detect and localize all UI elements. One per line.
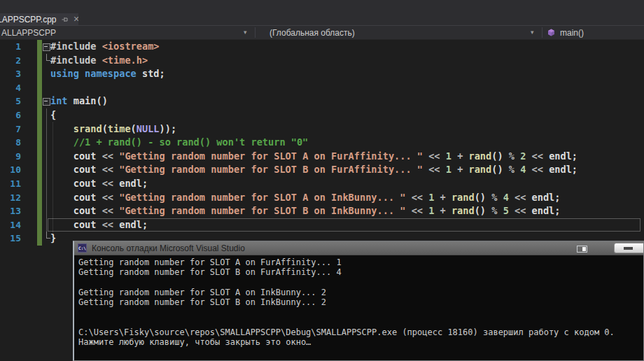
token-kw: namespace <box>85 68 136 79</box>
token-num: 4 <box>503 192 514 203</box>
debug-console-window[interactable]: C:\ Консоль отладки Microsoft Visual Stu… <box>73 241 644 361</box>
fold-collapse-icon[interactable] <box>43 94 50 108</box>
line-number[interactable]: 2 <box>0 54 21 68</box>
line-number[interactable]: 11 <box>0 177 21 191</box>
code-text: cout << "Getting random number for SLOT … <box>50 150 578 164</box>
token-op: << <box>514 192 532 203</box>
token-op: + <box>457 150 468 162</box>
token-op: << <box>102 219 120 230</box>
token-kw: using <box>50 68 79 79</box>
code-line[interactable]: 14 cout << endl; <box>0 218 644 232</box>
line-number[interactable]: 10 <box>0 163 21 177</box>
line-number[interactable]: 14 <box>0 218 21 232</box>
console-window-icon <box>577 246 587 253</box>
token-pp: #include <box>50 55 102 66</box>
token-id: endl; <box>119 178 148 189</box>
token-num: 5 <box>503 205 514 216</box>
console-line <box>78 278 643 288</box>
token-id: ( <box>102 123 108 134</box>
console-output[interactable]: Getting random number for SLOT A on FurA… <box>74 255 643 360</box>
member-dropdown-label: main() <box>560 28 584 38</box>
token-id: cout <box>50 178 102 189</box>
console-title: Консоль отладки Microsoft Visual Studio <box>92 243 245 253</box>
token-str: "Getting random number for SLOT A on Ink… <box>119 192 411 203</box>
project-dropdown-label: ALLAPPSCPP <box>1 28 56 38</box>
token-num: 2 <box>520 150 531 162</box>
token-id: std; <box>136 68 165 79</box>
token-id: )); <box>160 123 177 134</box>
token-com: //1 + rand() - so rand() won't return "0… <box>74 136 309 148</box>
console-line: Getting random number for SLOT B on InkB… <box>78 297 643 307</box>
code-text: #include <time.h> <box>50 54 148 68</box>
code-text: #include <iostream> <box>50 40 160 54</box>
token-str: <iostream> <box>102 41 160 52</box>
fold-collapse-icon[interactable] <box>43 40 50 54</box>
tab-smallappscpp[interactable]: LAPPSCPP.cpp ✕ <box>0 13 78 25</box>
console-line: Getting random number for SLOT A on InkB… <box>78 288 643 297</box>
chevron-down-icon: ▾ <box>531 29 534 36</box>
code-line[interactable]: 2#include <time.h> <box>0 54 644 68</box>
close-icon[interactable]: ✕ <box>74 15 79 23</box>
code-line[interactable]: 5int main() <box>0 94 644 108</box>
member-dropdown[interactable]: main() <box>542 26 644 39</box>
token-op: % <box>509 150 520 162</box>
fold-guide <box>43 108 50 122</box>
token-op: << <box>514 205 532 216</box>
code-line[interactable]: 4 <box>0 81 644 95</box>
line-number[interactable]: 13 <box>0 204 21 218</box>
pin-icon[interactable] <box>62 16 69 23</box>
minimize-button[interactable] <box>614 243 643 253</box>
cmd-icon: C:\ <box>78 243 87 253</box>
line-number[interactable]: 6 <box>0 108 21 122</box>
token-op: % <box>491 192 503 203</box>
line-number[interactable]: 9 <box>0 150 21 164</box>
token-fn: rand <box>469 150 492 162</box>
code-line[interactable]: 10 cout << "Getting random number for SL… <box>0 163 644 177</box>
code-line[interactable]: 9 cout << "Getting random number for SLO… <box>0 150 644 164</box>
token-id: ( <box>131 123 136 134</box>
project-dropdown[interactable]: ALLAPPSCPP ▾ <box>0 26 255 39</box>
fold-guide <box>43 191 50 205</box>
token-fn: srand <box>74 123 102 134</box>
fold-guide <box>43 163 50 177</box>
code-line[interactable]: 11 cout << endl; <box>0 177 644 191</box>
token-op: << <box>102 205 120 216</box>
line-number[interactable]: 4 <box>0 81 21 95</box>
method-icon <box>547 29 555 36</box>
line-number[interactable]: 8 <box>0 136 21 150</box>
code-line[interactable]: 1#include <iostream> <box>0 40 644 54</box>
line-number[interactable]: 7 <box>0 122 21 136</box>
code-lines: 1#include <iostream>2#include <time.h>3u… <box>0 40 644 246</box>
code-line[interactable]: 7 srand(time(NULL)); <box>0 122 644 136</box>
console-line <box>78 307 643 317</box>
line-number[interactable]: 15 <box>0 232 21 246</box>
line-number[interactable]: 5 <box>0 94 21 108</box>
token-op: << <box>428 150 446 162</box>
code-text: cout << "Getting random number for SLOT … <box>50 204 560 218</box>
console-title-bar[interactable]: C:\ Консоль отладки Microsoft Visual Stu… <box>74 241 643 255</box>
token-id <box>50 136 74 148</box>
line-number[interactable]: 12 <box>0 191 21 205</box>
code-text: cout << "Getting random number for SLOT … <box>50 163 578 177</box>
token-op: % <box>509 164 520 175</box>
token-id: endl; <box>532 192 561 203</box>
code-line[interactable]: 6{ <box>0 108 644 122</box>
token-op: + <box>440 205 451 216</box>
code-line[interactable]: 3using namespace std; <box>0 67 644 81</box>
line-number[interactable]: 1 <box>0 40 21 54</box>
token-num: 1 <box>446 164 457 175</box>
code-line[interactable]: 8 //1 + rand() - so rand() won't return … <box>0 136 644 150</box>
code-line[interactable]: 13 cout << "Getting random number for SL… <box>0 204 644 218</box>
scope-dropdown[interactable]: (Глобальная область) ▾ <box>255 26 542 39</box>
token-id: () <box>491 150 509 162</box>
token-op: << <box>102 178 120 189</box>
code-line[interactable]: 12 cout << "Getting random number for SL… <box>0 191 644 205</box>
fold-guide <box>43 204 50 218</box>
token-id: endl; <box>532 205 561 216</box>
fold-guide <box>43 67 50 81</box>
token-str: "Getting random number for SLOT B on Ink… <box>119 205 411 216</box>
token-fn: time <box>108 123 131 134</box>
token-op: << <box>102 150 120 162</box>
line-number[interactable]: 3 <box>0 67 21 81</box>
console-line: Getting random number for SLOT A on FurA… <box>78 257 643 267</box>
